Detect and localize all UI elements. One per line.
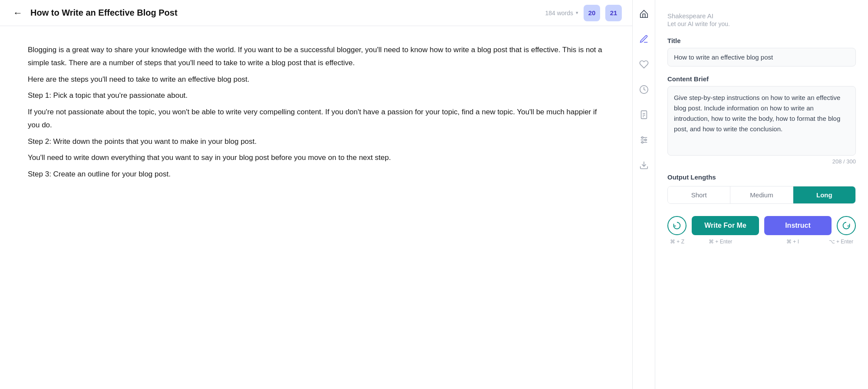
svg-point-9 [644, 139, 646, 141]
length-btn-long[interactable]: Long [793, 186, 855, 203]
editor-paragraph: Here are the steps you'll need to take t… [28, 73, 604, 86]
output-lengths-label: Output Lengths [667, 173, 856, 181]
shortcut-instruct-text: ⌘ + I [756, 239, 828, 245]
svg-point-8 [641, 137, 643, 139]
version-21-badge[interactable]: 21 [605, 5, 622, 21]
redo-button[interactable] [837, 216, 856, 235]
action-row: Write For Me Instruct [667, 216, 856, 235]
home-icon-btn[interactable] [636, 6, 652, 22]
word-count-button[interactable]: 184 words ▾ [545, 10, 578, 17]
title-label: Title [667, 37, 856, 44]
length-btn-medium[interactable]: Medium [730, 186, 793, 203]
editor-content[interactable]: Blogging is a great way to share your kn… [0, 26, 632, 389]
shortcut-undo-text: ⌘ + Z [670, 239, 684, 245]
svg-point-10 [641, 142, 643, 143]
content-brief-label: Content Brief [667, 75, 856, 83]
shortcut-row: ⌘ + Z ⌘ + Enter ⌘ + I ⌥ + Enter [667, 239, 856, 245]
icon-sidebar [633, 0, 655, 389]
editor-paragraph: If you're not passionate about the topic… [28, 106, 604, 132]
settings-icon-btn[interactable] [636, 132, 652, 148]
length-buttons-group: ShortMediumLong [667, 186, 856, 204]
editor-paragraph: Step 2: Write down the points that you w… [28, 135, 604, 148]
editor-paragraph: Step 1: Pick a topic that you're passion… [28, 89, 604, 102]
write-for-me-button[interactable]: Write For Me [692, 216, 759, 235]
clock-icon-btn[interactable] [636, 82, 652, 97]
app-tagline: Let our AI write for you. [667, 20, 856, 27]
length-btn-short[interactable]: Short [668, 186, 730, 203]
version-20-badge[interactable]: 20 [584, 5, 600, 21]
svg-rect-1 [641, 111, 647, 119]
content-brief-textarea[interactable]: Give step-by-step instructions on how to… [667, 86, 856, 156]
editor-paragraph: Blogging is a great way to share your kn… [28, 43, 604, 70]
document-icon-btn[interactable] [636, 107, 652, 123]
undo-button[interactable] [667, 216, 686, 235]
pen-icon-btn[interactable] [636, 31, 652, 47]
app-name: Shakespeare AI [667, 12, 856, 20]
char-count: 208 / 300 [667, 158, 856, 165]
shortcut-redo-text: ⌥ + Enter [829, 239, 853, 245]
chevron-down-icon: ▾ [576, 10, 578, 16]
editor-paragraph: You'll need to write down everything tha… [28, 151, 604, 164]
word-count-text: 184 words [545, 10, 573, 17]
title-input[interactable] [667, 48, 856, 66]
download-icon-btn[interactable] [636, 157, 652, 173]
heart-icon-btn[interactable] [636, 57, 652, 72]
right-panel: Shakespeare AI Let our AI write for you.… [655, 0, 868, 389]
back-button[interactable]: ← [10, 7, 25, 19]
instruct-button[interactable]: Instruct [764, 216, 832, 235]
shortcut-write-text: ⌘ + Enter [684, 239, 756, 245]
editor-header: ← How to Write an Effective Blog Post 18… [0, 0, 632, 26]
editor-paragraph: Step 3: Create an outline for your blog … [28, 168, 604, 181]
document-title: How to Write an Effective Blog Post [30, 8, 540, 18]
editor-area: ← How to Write an Effective Blog Post 18… [0, 0, 633, 389]
